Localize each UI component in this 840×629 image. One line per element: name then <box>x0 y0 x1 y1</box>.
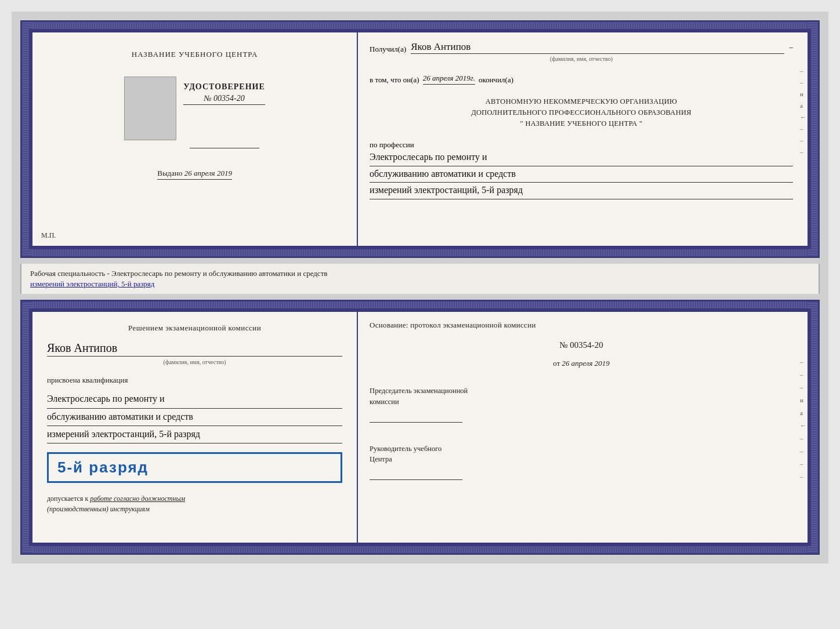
dopuskaetsya-value: работе согласно должностным <box>90 495 185 503</box>
vtom-date: 26 апреля 2019г. <box>423 74 475 85</box>
cert-bottom-right: Основание: протокол экзаменационной коми… <box>358 312 808 543</box>
okonchil-label: окончил(а) <box>479 75 513 85</box>
middle-text-underline: измерений электростанций, 5-й разряд <box>30 279 154 288</box>
qual-line1: Электрослесарь по ремонту и <box>47 391 342 408</box>
dopuskaetsya-label: допускается к <box>47 495 88 503</box>
cert-top-inner: НАЗВАНИЕ УЧЕБНОГО ЦЕНТРА УДОСТОВЕРЕНИЕ №… <box>29 29 811 249</box>
fio-subtitle-top: (фамилия, имя, отчество) <box>370 56 793 62</box>
po-professii-label: по профессии <box>370 140 793 150</box>
texture-top-bottom <box>22 301 818 308</box>
profession-line2: обслуживанию автоматики и средств <box>370 166 793 183</box>
profession-line1: Электрослесарь по ремонту и <box>370 150 793 166</box>
predsedatel-line2: комиссии <box>370 397 793 408</box>
ot-label: от <box>553 359 560 368</box>
middle-text-main: Рабочая специальность - Электрослесарь п… <box>30 269 327 278</box>
bottom-fio-subtitle: (фамилия, имя, отчество) <box>47 359 342 365</box>
org-line2: ДОПОЛНИТЕЛЬНОГО ПРОФЕССИОНАЛЬНОГО ОБРАЗО… <box>370 107 793 118</box>
udostoverenie-title: УДОСТОВЕРЕНИЕ <box>183 82 265 92</box>
rukovoditel-signature-line <box>370 470 462 480</box>
vtom-label: в том, что он(а) <box>370 75 419 85</box>
cert-top-right: Получил(а) Яков Антипов – (фамилия, имя,… <box>358 32 808 246</box>
bottom-name-value: Яков Антипов <box>47 341 342 357</box>
predsedatel-line1: Председатель экзаменационной <box>370 386 793 397</box>
resolution-title: Решением экзаменационной комиссии <box>47 323 342 333</box>
cert-top: НАЗВАНИЕ УЧЕБНОГО ЦЕНТРА УДОСТОВЕРЕНИЕ №… <box>29 29 811 249</box>
rukovoditel-line1: Руководитель учебного <box>370 443 793 455</box>
org-block: АВТОНОМНУЮ НЕКОММЕРЧЕСКУЮ ОРГАНИЗАЦИЮ ДО… <box>370 96 793 129</box>
qual-line3: измерений электростанций, 5-й разряд <box>47 426 342 443</box>
bottom-name-block: Яков Антипов (фамилия, имя, отчество) <box>47 339 342 365</box>
page-wrapper: НАЗВАНИЕ УЧЕБНОГО ЦЕНТРА УДОСТОВЕРЕНИЕ №… <box>12 12 828 563</box>
protocol-date: от 26 апреля 2019 <box>370 359 793 368</box>
udostoverenie-block: УДОСТОВЕРЕНИЕ № 00354-20 <box>183 82 265 105</box>
poluchil-row: Получил(а) Яков Антипов – (фамилия, имя,… <box>370 41 793 62</box>
texture-top <box>22 22 818 29</box>
qual-block: Электрослесарь по ремонту и обслуживанию… <box>47 391 342 443</box>
osnovaniye-block: Основание: протокол экзаменационной коми… <box>370 321 793 330</box>
cert-top-outer: НАЗВАНИЕ УЧЕБНОГО ЦЕНТРА УДОСТОВЕРЕНИЕ №… <box>20 20 820 258</box>
poluchil-value: Яков Антипов <box>411 41 784 54</box>
poluchil-label: Получил(а) <box>370 45 406 54</box>
mp-label: М.П. <box>41 231 56 240</box>
rukovoditel-line2: Центра <box>370 454 793 465</box>
cert-bottom-left: Решением экзаменационной комиссии Яков А… <box>32 312 358 543</box>
predsedatel-block: Председатель экзаменационной комиссии <box>370 386 793 426</box>
qual-line2: обслуживанию автоматики и средств <box>47 409 342 426</box>
cert-number: № 00354-20 <box>183 94 265 105</box>
org-line1: АВТОНОМНУЮ НЕКОММЕРЧЕСКУЮ ОРГАНИЗАЦИЮ <box>370 96 793 107</box>
protocol-number: № 00354-20 <box>370 340 793 350</box>
cert-bottom: Решением экзаменационной комиссии Яков А… <box>29 308 811 546</box>
vydano-block: Выдано 26 апреля 2019 <box>157 169 232 180</box>
dopuskaetsya-value2: (производственным) инструкциям <box>47 505 150 513</box>
cert-bottom-outer: Решением экзаменационной комиссии Яков А… <box>20 300 820 555</box>
vydano-date: 26 апреля 2019 <box>184 169 232 177</box>
side-marks-top: – – и а ← – – – <box>800 67 806 155</box>
vydano-label: Выдано <box>157 169 182 177</box>
profession-line3: измерений электростанций, 5-й разряд <box>370 183 793 199</box>
side-marks-bottom: – – – и а ← – – – – <box>800 358 806 480</box>
cert-bottom-inner: Решением экзаменационной комиссии Яков А… <box>29 308 811 546</box>
razryad-badge: 5-й разряд <box>47 452 342 483</box>
org-name: " НАЗВАНИЕ УЧЕБНОГО ЦЕНТРА " <box>370 118 793 129</box>
top-left-title: НАЗВАНИЕ УЧЕБНОГО ЦЕНТРА <box>132 50 258 59</box>
cert-top-left: НАЗВАНИЕ УЧЕБНОГО ЦЕНТРА УДОСТОВЕРЕНИЕ №… <box>32 32 358 246</box>
vtom-row: в том, что он(а) 26 апреля 2019г. окончи… <box>370 74 793 85</box>
texture-bottom <box>22 249 818 256</box>
ot-date: 26 апреля 2019 <box>562 359 610 368</box>
texture-bottom-bottom <box>22 546 818 553</box>
photo-placeholder <box>124 77 176 140</box>
rukovoditel-block: Руководитель учебного Центра <box>370 443 793 483</box>
middle-text-strip: Рабочая специальность - Электрослесарь п… <box>20 264 820 294</box>
dopuskaetsya-block: допускается к работе согласно должностны… <box>47 493 342 514</box>
po-professii-block: по профессии Электрослесарь по ремонту и… <box>370 140 793 199</box>
predsedatel-signature-line <box>370 412 462 423</box>
prisvoena-text: присвоена квалификация <box>47 376 342 385</box>
